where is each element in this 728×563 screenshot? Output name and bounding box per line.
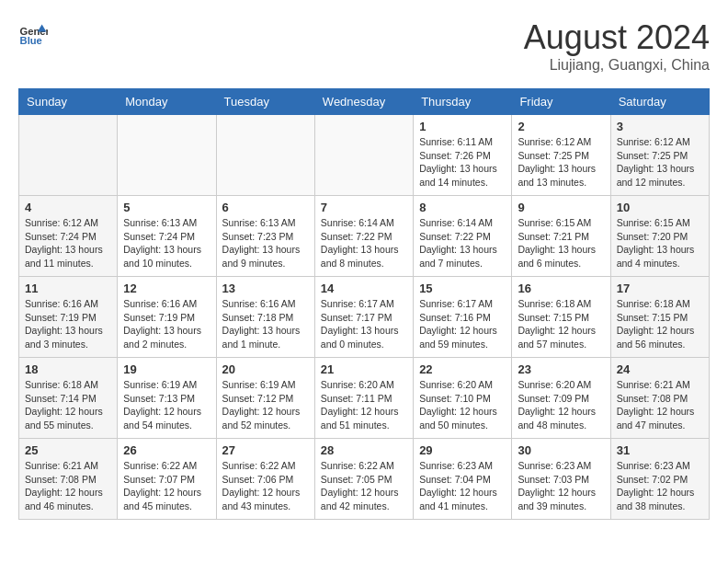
calendar-cell: 28Sunrise: 6:22 AM Sunset: 7:05 PM Dayli… [314, 439, 413, 520]
calendar-cell: 17Sunrise: 6:18 AM Sunset: 7:15 PM Dayli… [610, 277, 709, 358]
calendar-cell: 26Sunrise: 6:22 AM Sunset: 7:07 PM Dayli… [118, 439, 216, 520]
calendar-cell: 23Sunrise: 6:20 AM Sunset: 7:09 PM Dayli… [512, 358, 610, 439]
day-header-thursday: Thursday [414, 89, 512, 115]
day-number: 20 [222, 362, 309, 376]
day-info: Sunrise: 6:23 AM Sunset: 7:03 PM Dayligh… [518, 459, 604, 513]
calendar-cell: 21Sunrise: 6:20 AM Sunset: 7:11 PM Dayli… [314, 358, 413, 439]
day-number: 30 [518, 443, 604, 457]
calendar-cell: 19Sunrise: 6:19 AM Sunset: 7:13 PM Dayli… [118, 358, 216, 439]
calendar-cell: 15Sunrise: 6:17 AM Sunset: 7:16 PM Dayli… [414, 277, 512, 358]
day-info: Sunrise: 6:16 AM Sunset: 7:19 PM Dayligh… [123, 297, 210, 351]
calendar-cell: 4Sunrise: 6:12 AM Sunset: 7:24 PM Daylig… [19, 196, 118, 277]
calendar-cell: 5Sunrise: 6:13 AM Sunset: 7:24 PM Daylig… [118, 196, 216, 277]
day-info: Sunrise: 6:22 AM Sunset: 7:05 PM Dayligh… [321, 459, 407, 513]
day-header-wednesday: Wednesday [314, 89, 413, 115]
day-number: 25 [25, 443, 111, 457]
day-info: Sunrise: 6:19 AM Sunset: 7:13 PM Dayligh… [123, 378, 210, 432]
day-info: Sunrise: 6:22 AM Sunset: 7:07 PM Dayligh… [123, 459, 210, 513]
day-info: Sunrise: 6:20 AM Sunset: 7:10 PM Dayligh… [419, 378, 506, 432]
day-number: 16 [518, 282, 604, 295]
day-info: Sunrise: 6:15 AM Sunset: 7:20 PM Dayligh… [617, 216, 703, 270]
day-number: 6 [222, 201, 309, 214]
day-number: 31 [617, 443, 703, 457]
day-number: 26 [123, 443, 210, 457]
calendar-cell: 31Sunrise: 6:23 AM Sunset: 7:02 PM Dayli… [610, 439, 709, 520]
day-info: Sunrise: 6:20 AM Sunset: 7:11 PM Dayligh… [321, 378, 407, 432]
calendar-week-3: 11Sunrise: 6:16 AM Sunset: 7:19 PM Dayli… [19, 277, 710, 358]
day-info: Sunrise: 6:23 AM Sunset: 7:04 PM Dayligh… [419, 459, 506, 513]
day-info: Sunrise: 6:20 AM Sunset: 7:09 PM Dayligh… [518, 378, 604, 432]
calendar-cell: 14Sunrise: 6:17 AM Sunset: 7:17 PM Dayli… [314, 277, 413, 358]
page-header: General Blue August 2024 Liujiang, Guang… [18, 18, 710, 74]
day-info: Sunrise: 6:13 AM Sunset: 7:24 PM Dayligh… [123, 216, 210, 270]
calendar-cell: 24Sunrise: 6:21 AM Sunset: 7:08 PM Dayli… [610, 358, 709, 439]
calendar-cell: 25Sunrise: 6:21 AM Sunset: 7:08 PM Dayli… [19, 439, 118, 520]
day-number: 8 [419, 201, 506, 214]
day-number: 27 [222, 443, 309, 457]
calendar-cell: 22Sunrise: 6:20 AM Sunset: 7:10 PM Dayli… [414, 358, 512, 439]
calendar-week-5: 25Sunrise: 6:21 AM Sunset: 7:08 PM Dayli… [19, 439, 710, 520]
day-number: 22 [419, 362, 506, 376]
calendar-cell: 7Sunrise: 6:14 AM Sunset: 7:22 PM Daylig… [314, 196, 413, 277]
day-header-saturday: Saturday [610, 89, 709, 115]
day-info: Sunrise: 6:14 AM Sunset: 7:22 PM Dayligh… [321, 216, 407, 270]
calendar-cell: 27Sunrise: 6:22 AM Sunset: 7:06 PM Dayli… [216, 439, 314, 520]
day-number: 19 [123, 362, 210, 376]
day-info: Sunrise: 6:11 AM Sunset: 7:26 PM Dayligh… [419, 135, 506, 190]
day-header-sunday: Sunday [19, 89, 118, 115]
day-info: Sunrise: 6:19 AM Sunset: 7:12 PM Dayligh… [222, 378, 309, 432]
calendar-week-4: 18Sunrise: 6:18 AM Sunset: 7:14 PM Dayli… [19, 358, 710, 439]
day-info: Sunrise: 6:18 AM Sunset: 7:15 PM Dayligh… [518, 297, 604, 351]
day-number: 17 [617, 282, 703, 295]
calendar-cell: 2Sunrise: 6:12 AM Sunset: 7:25 PM Daylig… [512, 115, 610, 196]
day-number: 4 [25, 201, 111, 214]
day-number: 14 [321, 282, 407, 295]
day-number: 13 [222, 282, 309, 295]
calendar-cell: 11Sunrise: 6:16 AM Sunset: 7:19 PM Dayli… [19, 277, 118, 358]
day-number: 15 [419, 282, 506, 295]
day-info: Sunrise: 6:17 AM Sunset: 7:16 PM Dayligh… [419, 297, 506, 351]
day-info: Sunrise: 6:17 AM Sunset: 7:17 PM Dayligh… [321, 297, 407, 351]
day-number: 10 [617, 201, 703, 214]
month-year: August 2024 [524, 18, 710, 57]
day-number: 23 [518, 362, 604, 376]
calendar-cell: 9Sunrise: 6:15 AM Sunset: 7:21 PM Daylig… [512, 196, 610, 277]
day-number: 12 [123, 282, 210, 295]
day-info: Sunrise: 6:18 AM Sunset: 7:15 PM Dayligh… [617, 297, 703, 351]
calendar-cell: 3Sunrise: 6:12 AM Sunset: 7:25 PM Daylig… [610, 115, 709, 196]
location: Liujiang, Guangxi, China [524, 57, 710, 74]
calendar-cell: 1Sunrise: 6:11 AM Sunset: 7:26 PM Daylig… [414, 115, 512, 196]
calendar-cell: 18Sunrise: 6:18 AM Sunset: 7:14 PM Dayli… [19, 358, 118, 439]
calendar-header-row: SundayMondayTuesdayWednesdayThursdayFrid… [19, 89, 710, 115]
calendar-cell: 13Sunrise: 6:16 AM Sunset: 7:18 PM Dayli… [216, 277, 314, 358]
day-info: Sunrise: 6:12 AM Sunset: 7:24 PM Dayligh… [25, 216, 111, 270]
calendar-body: 1Sunrise: 6:11 AM Sunset: 7:26 PM Daylig… [19, 115, 710, 520]
calendar-week-2: 4Sunrise: 6:12 AM Sunset: 7:24 PM Daylig… [19, 196, 710, 277]
day-number: 2 [518, 120, 604, 133]
day-number: 29 [419, 443, 506, 457]
logo-icon: General Blue [18, 18, 48, 48]
day-number: 21 [321, 362, 407, 376]
day-info: Sunrise: 6:15 AM Sunset: 7:21 PM Dayligh… [518, 216, 604, 270]
day-number: 24 [617, 362, 703, 376]
logo: General Blue [18, 18, 48, 48]
day-header-friday: Friday [512, 89, 610, 115]
day-info: Sunrise: 6:21 AM Sunset: 7:08 PM Dayligh… [617, 378, 703, 432]
day-header-monday: Monday [118, 89, 216, 115]
calendar-cell: 12Sunrise: 6:16 AM Sunset: 7:19 PM Dayli… [118, 277, 216, 358]
title-block: August 2024 Liujiang, Guangxi, China [524, 18, 710, 74]
calendar-cell: 20Sunrise: 6:19 AM Sunset: 7:12 PM Dayli… [216, 358, 314, 439]
calendar-cell: 8Sunrise: 6:14 AM Sunset: 7:22 PM Daylig… [414, 196, 512, 277]
svg-text:Blue: Blue [20, 35, 42, 46]
day-info: Sunrise: 6:23 AM Sunset: 7:02 PM Dayligh… [617, 459, 703, 513]
calendar-cell: 6Sunrise: 6:13 AM Sunset: 7:23 PM Daylig… [216, 196, 314, 277]
calendar-table: SundayMondayTuesdayWednesdayThursdayFrid… [18, 88, 710, 520]
day-number: 5 [123, 201, 210, 214]
day-info: Sunrise: 6:21 AM Sunset: 7:08 PM Dayligh… [25, 459, 111, 513]
calendar-cell: 30Sunrise: 6:23 AM Sunset: 7:03 PM Dayli… [512, 439, 610, 520]
day-header-tuesday: Tuesday [216, 89, 314, 115]
calendar-week-1: 1Sunrise: 6:11 AM Sunset: 7:26 PM Daylig… [19, 115, 710, 196]
calendar-cell: 29Sunrise: 6:23 AM Sunset: 7:04 PM Dayli… [414, 439, 512, 520]
day-info: Sunrise: 6:12 AM Sunset: 7:25 PM Dayligh… [617, 135, 703, 190]
day-info: Sunrise: 6:14 AM Sunset: 7:22 PM Dayligh… [419, 216, 506, 270]
